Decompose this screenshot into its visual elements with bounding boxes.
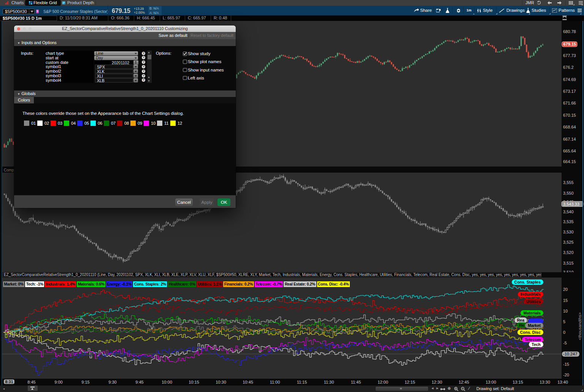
svg-text:15: 15 [563,298,568,303]
svg-text:673.17: 673.17 [563,89,576,94]
svg-text:668.64: 668.64 [563,125,576,129]
svg-text:3,543.33: 3,543.33 [563,202,579,206]
svg-text:3,520: 3,520 [563,250,574,255]
svg-text:-5: -5 [563,341,567,345]
svg-text:674.69: 674.69 [563,77,576,82]
svg-text:-20: -20 [563,373,569,377]
svg-text:680.78: 680.78 [563,29,576,34]
svg-text:0: 0 [563,330,565,335]
svg-text:3,555: 3,555 [563,180,574,185]
svg-text:<thousandths>: <thousandths> [578,313,582,340]
svg-text:-10.247: -10.247 [563,352,577,356]
svg-text:3,530: 3,530 [563,230,574,234]
svg-text:3,550: 3,550 [563,191,574,195]
svg-text:667.14: 667.14 [563,137,576,141]
svg-text:679.15: 679.15 [563,42,576,46]
svg-text:671.66: 671.66 [563,101,576,105]
svg-text:-15: -15 [563,362,569,367]
svg-text:676.2: 676.2 [563,65,574,70]
svg-text:3,515: 3,515 [563,261,574,265]
svg-text:670.15: 670.15 [563,113,576,117]
svg-text:5: 5 [563,319,565,324]
svg-text:3,535: 3,535 [563,219,574,224]
svg-text:3,525: 3,525 [563,240,574,244]
svg-text:3,540: 3,540 [563,209,574,214]
svg-text:665.64: 665.64 [563,149,576,153]
svg-text:20: 20 [563,287,568,292]
svg-text:664.15: 664.15 [563,159,576,164]
svg-text:677.73: 677.73 [563,53,576,58]
svg-text:10: 10 [563,309,568,313]
